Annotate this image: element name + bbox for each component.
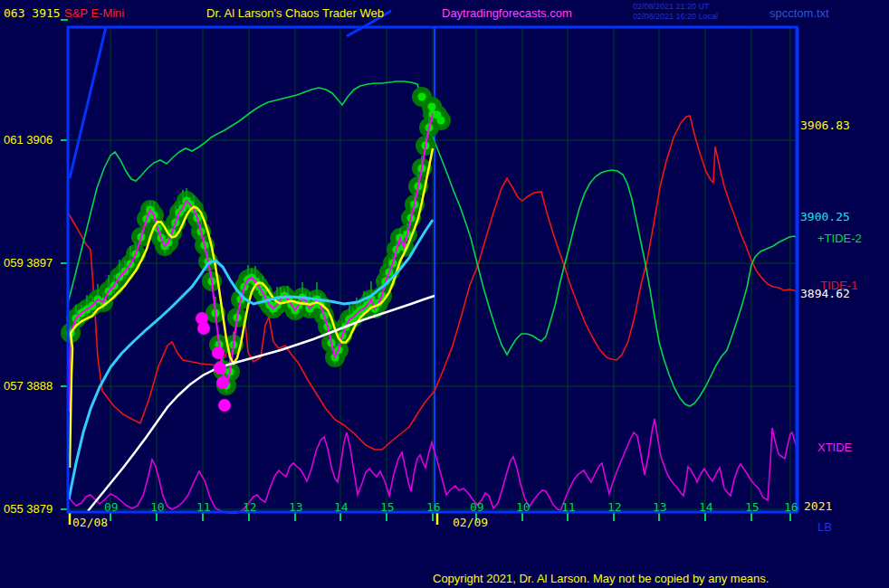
x-axis-hour-label: 10	[516, 501, 531, 513]
y-axis-label: 061 3906	[4, 134, 53, 146]
page-title: Dr. Al Larson's Chaos Trader Web	[206, 7, 384, 19]
x-axis-hour-label: 09	[470, 501, 484, 513]
x-axis-hour-label: 15	[745, 501, 760, 513]
x-axis-hour-label: 11	[196, 501, 211, 513]
y-axis-label: 055 3879	[4, 503, 53, 515]
x-axis-hour-label: 10	[150, 501, 165, 513]
cyan-final-value: 3900.25	[800, 211, 850, 223]
signal-dot	[216, 376, 229, 389]
x-axis-hour-label: 09	[104, 501, 119, 513]
tide2-legend: +TIDE-2	[817, 232, 862, 244]
white-exma-line	[88, 296, 435, 511]
x-axis-hour-label: 13	[289, 501, 303, 513]
y-axis-label: 059 3897	[4, 257, 53, 269]
symbol-label: S&P E-Mini	[64, 7, 124, 19]
xtide-legend: XTIDE	[817, 441, 852, 453]
data-file-link[interactable]: spcctom.txt	[770, 7, 829, 19]
x-axis-hour-label: 15	[380, 501, 395, 513]
x-axis-date-label: 02/09	[453, 517, 488, 528]
timestamp-local: 02/08/2021 16:20 Local	[633, 13, 718, 21]
x-axis-hour-label: 13	[653, 501, 667, 513]
chaos-trader-chart-window: 063 3915 S&P E-Mini Dr. Al Larson's Chao…	[0, 0, 889, 588]
x-axis-date-label: 02/08	[72, 517, 108, 528]
x-axis-hour-label: 14	[334, 501, 349, 513]
y-axis-label: 057 3888	[4, 380, 53, 392]
x-axis-hour-label: 16	[784, 501, 798, 513]
site-link[interactable]: Daytradingforecasts.com	[442, 7, 572, 19]
x-axis-hour-label: 16	[426, 501, 441, 513]
signal-dot	[218, 399, 231, 412]
price-dot	[436, 116, 444, 124]
copyright-notice: Copyright 2021, Dr. Al Larson. May not b…	[433, 573, 769, 584]
price-dot	[417, 92, 425, 100]
signal-dot	[212, 346, 225, 359]
x-axis-hour-label: 11	[561, 501, 576, 513]
lb-label: LB	[817, 521, 832, 533]
y-axis-top-label: 063 3915	[4, 7, 61, 19]
signal-dot	[214, 362, 226, 375]
timestamp-ut: 02/08/2021 21:20 UT	[633, 3, 710, 11]
year-label: 2021	[804, 500, 832, 512]
yellow-final-value: 3906.83	[800, 119, 850, 131]
x-axis-hour-label: 14	[699, 501, 713, 513]
signal-dot	[197, 322, 210, 335]
blue-overlay-line	[70, 27, 106, 178]
x-axis-hour-label: 12	[243, 501, 257, 513]
price-dot	[427, 102, 435, 110]
x-axis-hour-label: 12	[607, 501, 622, 513]
white-final-value: 3894.62	[800, 288, 850, 299]
